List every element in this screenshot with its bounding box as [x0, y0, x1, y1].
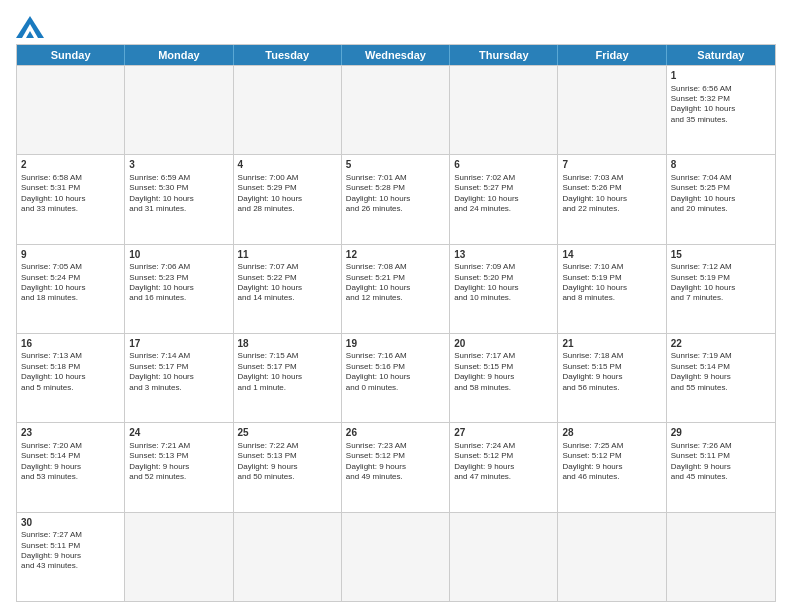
calendar-cell: 17Sunrise: 7:14 AM Sunset: 5:17 PM Dayli… [125, 334, 233, 422]
day-number: 8 [671, 158, 771, 172]
calendar-cell [450, 513, 558, 601]
calendar-cell: 10Sunrise: 7:06 AM Sunset: 5:23 PM Dayli… [125, 245, 233, 333]
day-number: 15 [671, 248, 771, 262]
day-number: 13 [454, 248, 553, 262]
day-number: 21 [562, 337, 661, 351]
logo-icon [16, 16, 44, 38]
day-info: Sunrise: 6:58 AM Sunset: 5:31 PM Dayligh… [21, 173, 120, 215]
day-info: Sunrise: 7:23 AM Sunset: 5:12 PM Dayligh… [346, 441, 445, 483]
day-info: Sunrise: 7:16 AM Sunset: 5:16 PM Dayligh… [346, 351, 445, 393]
calendar-cell: 15Sunrise: 7:12 AM Sunset: 5:19 PM Dayli… [667, 245, 775, 333]
calendar-cell: 21Sunrise: 7:18 AM Sunset: 5:15 PM Dayli… [558, 334, 666, 422]
calendar-cell: 9Sunrise: 7:05 AM Sunset: 5:24 PM Daylig… [17, 245, 125, 333]
day-info: Sunrise: 7:18 AM Sunset: 5:15 PM Dayligh… [562, 351, 661, 393]
day-number: 23 [21, 426, 120, 440]
day-number: 7 [562, 158, 661, 172]
day-info: Sunrise: 7:04 AM Sunset: 5:25 PM Dayligh… [671, 173, 771, 215]
header-thursday: Thursday [450, 45, 558, 65]
calendar-cell: 18Sunrise: 7:15 AM Sunset: 5:17 PM Dayli… [234, 334, 342, 422]
calendar: Sunday Monday Tuesday Wednesday Thursday… [16, 44, 776, 602]
day-number: 19 [346, 337, 445, 351]
day-info: Sunrise: 7:09 AM Sunset: 5:20 PM Dayligh… [454, 262, 553, 304]
calendar-cell [17, 66, 125, 154]
day-info: Sunrise: 7:05 AM Sunset: 5:24 PM Dayligh… [21, 262, 120, 304]
day-info: Sunrise: 7:25 AM Sunset: 5:12 PM Dayligh… [562, 441, 661, 483]
header-wednesday: Wednesday [342, 45, 450, 65]
day-info: Sunrise: 7:17 AM Sunset: 5:15 PM Dayligh… [454, 351, 553, 393]
day-number: 11 [238, 248, 337, 262]
day-number: 12 [346, 248, 445, 262]
header-saturday: Saturday [667, 45, 775, 65]
calendar-cell [342, 513, 450, 601]
day-info: Sunrise: 7:14 AM Sunset: 5:17 PM Dayligh… [129, 351, 228, 393]
day-number: 5 [346, 158, 445, 172]
day-info: Sunrise: 7:07 AM Sunset: 5:22 PM Dayligh… [238, 262, 337, 304]
day-number: 6 [454, 158, 553, 172]
day-number: 25 [238, 426, 337, 440]
calendar-cell: 4Sunrise: 7:00 AM Sunset: 5:29 PM Daylig… [234, 155, 342, 243]
day-info: Sunrise: 7:06 AM Sunset: 5:23 PM Dayligh… [129, 262, 228, 304]
day-info: Sunrise: 7:12 AM Sunset: 5:19 PM Dayligh… [671, 262, 771, 304]
header-sunday: Sunday [17, 45, 125, 65]
day-info: Sunrise: 7:22 AM Sunset: 5:13 PM Dayligh… [238, 441, 337, 483]
header-tuesday: Tuesday [234, 45, 342, 65]
day-info: Sunrise: 7:26 AM Sunset: 5:11 PM Dayligh… [671, 441, 771, 483]
calendar-cell [342, 66, 450, 154]
day-number: 26 [346, 426, 445, 440]
day-number: 18 [238, 337, 337, 351]
calendar-cell: 11Sunrise: 7:07 AM Sunset: 5:22 PM Dayli… [234, 245, 342, 333]
header [16, 12, 776, 38]
calendar-cell [667, 513, 775, 601]
header-friday: Friday [558, 45, 666, 65]
day-info: Sunrise: 6:56 AM Sunset: 5:32 PM Dayligh… [671, 84, 771, 126]
day-info: Sunrise: 7:15 AM Sunset: 5:17 PM Dayligh… [238, 351, 337, 393]
day-number: 28 [562, 426, 661, 440]
calendar-cell: 8Sunrise: 7:04 AM Sunset: 5:25 PM Daylig… [667, 155, 775, 243]
calendar-cell: 1Sunrise: 6:56 AM Sunset: 5:32 PM Daylig… [667, 66, 775, 154]
day-number: 14 [562, 248, 661, 262]
calendar-cell: 16Sunrise: 7:13 AM Sunset: 5:18 PM Dayli… [17, 334, 125, 422]
calendar-cell [125, 513, 233, 601]
day-number: 24 [129, 426, 228, 440]
day-number: 22 [671, 337, 771, 351]
calendar-cell: 30Sunrise: 7:27 AM Sunset: 5:11 PM Dayli… [17, 513, 125, 601]
day-number: 27 [454, 426, 553, 440]
calendar-row-3: 9Sunrise: 7:05 AM Sunset: 5:24 PM Daylig… [17, 244, 775, 333]
calendar-cell [125, 66, 233, 154]
day-number: 1 [671, 69, 771, 83]
day-number: 2 [21, 158, 120, 172]
day-number: 17 [129, 337, 228, 351]
day-info: Sunrise: 7:10 AM Sunset: 5:19 PM Dayligh… [562, 262, 661, 304]
calendar-cell: 22Sunrise: 7:19 AM Sunset: 5:14 PM Dayli… [667, 334, 775, 422]
day-info: Sunrise: 7:13 AM Sunset: 5:18 PM Dayligh… [21, 351, 120, 393]
calendar-row-5: 23Sunrise: 7:20 AM Sunset: 5:14 PM Dayli… [17, 422, 775, 511]
day-info: Sunrise: 7:21 AM Sunset: 5:13 PM Dayligh… [129, 441, 228, 483]
day-number: 10 [129, 248, 228, 262]
calendar-cell: 2Sunrise: 6:58 AM Sunset: 5:31 PM Daylig… [17, 155, 125, 243]
day-info: Sunrise: 7:24 AM Sunset: 5:12 PM Dayligh… [454, 441, 553, 483]
calendar-cell: 27Sunrise: 7:24 AM Sunset: 5:12 PM Dayli… [450, 423, 558, 511]
calendar-row-1: 1Sunrise: 6:56 AM Sunset: 5:32 PM Daylig… [17, 65, 775, 154]
day-info: Sunrise: 6:59 AM Sunset: 5:30 PM Dayligh… [129, 173, 228, 215]
day-number: 20 [454, 337, 553, 351]
calendar-cell [234, 513, 342, 601]
calendar-cell: 26Sunrise: 7:23 AM Sunset: 5:12 PM Dayli… [342, 423, 450, 511]
day-info: Sunrise: 7:20 AM Sunset: 5:14 PM Dayligh… [21, 441, 120, 483]
calendar-cell [558, 513, 666, 601]
day-info: Sunrise: 7:19 AM Sunset: 5:14 PM Dayligh… [671, 351, 771, 393]
page: Sunday Monday Tuesday Wednesday Thursday… [0, 0, 792, 612]
calendar-cell [234, 66, 342, 154]
calendar-body: 1Sunrise: 6:56 AM Sunset: 5:32 PM Daylig… [17, 65, 775, 601]
calendar-row-2: 2Sunrise: 6:58 AM Sunset: 5:31 PM Daylig… [17, 154, 775, 243]
day-number: 3 [129, 158, 228, 172]
calendar-cell: 5Sunrise: 7:01 AM Sunset: 5:28 PM Daylig… [342, 155, 450, 243]
calendar-cell: 12Sunrise: 7:08 AM Sunset: 5:21 PM Dayli… [342, 245, 450, 333]
calendar-cell: 29Sunrise: 7:26 AM Sunset: 5:11 PM Dayli… [667, 423, 775, 511]
day-number: 30 [21, 516, 120, 530]
day-number: 16 [21, 337, 120, 351]
day-info: Sunrise: 7:00 AM Sunset: 5:29 PM Dayligh… [238, 173, 337, 215]
calendar-cell: 23Sunrise: 7:20 AM Sunset: 5:14 PM Dayli… [17, 423, 125, 511]
calendar-row-4: 16Sunrise: 7:13 AM Sunset: 5:18 PM Dayli… [17, 333, 775, 422]
calendar-cell: 19Sunrise: 7:16 AM Sunset: 5:16 PM Dayli… [342, 334, 450, 422]
calendar-cell: 6Sunrise: 7:02 AM Sunset: 5:27 PM Daylig… [450, 155, 558, 243]
